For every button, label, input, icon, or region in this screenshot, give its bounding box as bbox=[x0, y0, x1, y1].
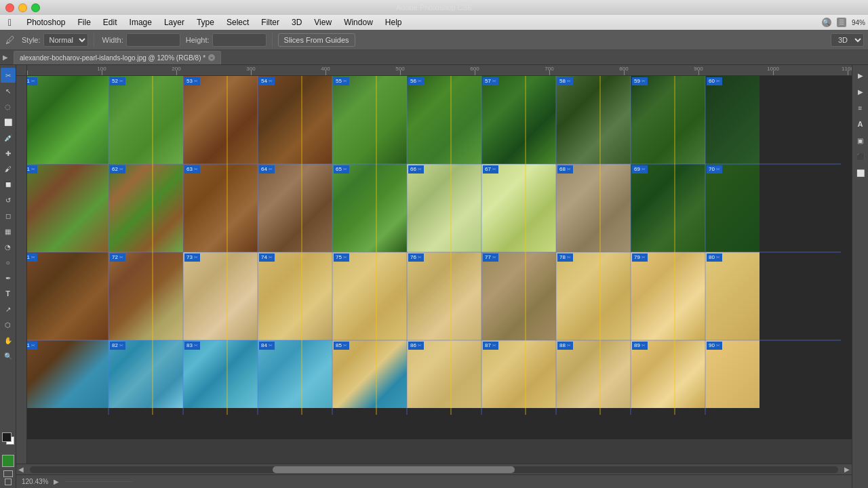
scrollbar-thumb[interactable] bbox=[273, 466, 515, 473]
minimize-button[interactable] bbox=[18, 3, 27, 12]
tool-history-brush[interactable]: ↺ bbox=[1, 192, 16, 207]
height-input[interactable] bbox=[212, 33, 267, 47]
tool-options-icon[interactable]: 🖊 bbox=[4, 34, 16, 46]
tool-shape[interactable]: ⬡ bbox=[1, 317, 16, 332]
art-row-0: 51 ✂ 52 ✂ 53 ✂ 54 ✂ 55 ✂ bbox=[27, 76, 852, 164]
tool-hand[interactable]: ✋ bbox=[1, 333, 16, 348]
tab-scroll-left[interactable]: ▶ bbox=[3, 54, 11, 62]
menu-extra-icon[interactable]: ☰ bbox=[837, 18, 846, 27]
tool-lasso[interactable]: ◌ bbox=[1, 99, 16, 114]
tool-move[interactable]: ↖ bbox=[1, 83, 16, 98]
slice-cell-60: 60 ✂ bbox=[705, 76, 760, 164]
maximize-button[interactable] bbox=[31, 3, 40, 12]
slice-cell-73: 73 ✂ bbox=[183, 252, 258, 340]
right-tool-type[interactable]: A bbox=[853, 117, 868, 131]
menu-photoshop[interactable]: Photoshop bbox=[21, 16, 71, 28]
title-bar: Adobe Photoshop CS6 bbox=[0, 0, 868, 15]
tool-eyedropper[interactable]: 💉 bbox=[1, 130, 16, 145]
battery-status: 94% bbox=[852, 19, 865, 26]
menu-file[interactable]: File bbox=[73, 16, 96, 28]
slice-cell-82: 82 ✂ bbox=[108, 340, 183, 408]
tool-dodge[interactable]: ○ bbox=[1, 255, 16, 270]
search-icon[interactable]: 🔍 bbox=[822, 18, 831, 27]
foreground-color[interactable] bbox=[2, 432, 12, 442]
main-area: ✂ ↖ ◌ ⬜ 💉 ✚ 🖌 🔲 ↺ ◻ ▦ ◔ ○ ✒ T ↗ ⬡ ✋ 🔍 bbox=[0, 65, 868, 488]
style-label: Style: bbox=[22, 36, 41, 44]
zoom-arrow[interactable]: ▶ bbox=[54, 478, 59, 485]
slice-cell-52: 52 ✂ bbox=[108, 76, 183, 164]
slice-badge-75: 75 ✂ bbox=[334, 253, 349, 262]
tool-eraser[interactable]: ◻ bbox=[1, 208, 16, 223]
menu-3d[interactable]: 3D bbox=[286, 16, 307, 28]
right-tool-1[interactable]: ▶ bbox=[853, 68, 868, 83]
style-select[interactable]: Normal bbox=[43, 33, 88, 47]
height-label: Height: bbox=[186, 36, 210, 44]
slice-badge-74: 74 ✂ bbox=[259, 253, 275, 262]
slice-badge-59: 59 ✂ bbox=[632, 77, 648, 85]
slice-cell-79: 79 ✂ bbox=[631, 252, 705, 340]
menu-view[interactable]: View bbox=[309, 16, 337, 28]
menu-window[interactable]: Window bbox=[338, 16, 378, 28]
menu-edit[interactable]: Edit bbox=[98, 16, 123, 28]
3d-mode-select[interactable]: 3D bbox=[831, 33, 864, 47]
slice-cell-70: 70 ✂ bbox=[705, 164, 760, 252]
slice-cell-77: 77 ✂ bbox=[481, 252, 556, 340]
slice-badge-73: 73 ✂ bbox=[184, 253, 200, 262]
apple-menu[interactable]:  bbox=[3, 16, 17, 29]
tool-blur[interactable]: ◔ bbox=[1, 239, 16, 254]
menu-help[interactable]: Help bbox=[380, 16, 408, 28]
quick-mask[interactable] bbox=[2, 455, 14, 467]
tool-brush[interactable]: 🖌 bbox=[1, 161, 16, 176]
tool-crop[interactable]: ⬜ bbox=[1, 115, 16, 129]
tool-zoom[interactable]: 🔍 bbox=[1, 348, 16, 363]
tool-slice[interactable]: ✂ bbox=[1, 68, 16, 83]
slice-cell-90: 90 ✂ bbox=[705, 340, 760, 408]
slice-badge-76: 76 ✂ bbox=[408, 253, 424, 262]
slice-cell-63: 63 ✂ bbox=[183, 164, 258, 252]
window-controls[interactable] bbox=[5, 3, 40, 12]
slice-badge-66: 66 ✂ bbox=[408, 165, 424, 174]
slice-cell-65: 65 ✂ bbox=[332, 164, 407, 252]
tool-type[interactable]: T bbox=[1, 286, 16, 301]
tool-gradient[interactable]: ▦ bbox=[1, 224, 16, 239]
slice-badge-79: 79 ✂ bbox=[632, 253, 648, 262]
slice-badge-86: 86 ✂ bbox=[408, 342, 424, 350]
slice-badge-64: 64 ✂ bbox=[259, 165, 275, 174]
tool-stamp[interactable]: 🔲 bbox=[1, 177, 16, 192]
menu-layer[interactable]: Layer bbox=[159, 16, 190, 28]
right-tool-3[interactable]: ≡ bbox=[853, 100, 868, 115]
tab-close-button[interactable]: × bbox=[208, 54, 215, 61]
screen-mode-full[interactable] bbox=[2, 479, 14, 485]
right-tool-7[interactable]: ⬜ bbox=[853, 165, 868, 180]
slice-cell-68: 68 ✂ bbox=[556, 164, 631, 252]
close-button[interactable] bbox=[5, 3, 14, 12]
slice-badge-65: 65 ✂ bbox=[334, 165, 349, 174]
menu-filter[interactable]: Filter bbox=[256, 16, 285, 28]
menu-select[interactable]: Select bbox=[221, 16, 254, 28]
horizontal-scrollbar[interactable]: ◀ ▶ bbox=[16, 464, 852, 474]
width-input[interactable] bbox=[126, 33, 180, 47]
canvas-wrapper[interactable]: 51 ✂ 52 ✂ 53 ✂ 54 ✂ 55 ✂ bbox=[27, 76, 852, 439]
slice-badge-69: 69 ✂ bbox=[632, 165, 648, 174]
menu-image[interactable]: Image bbox=[124, 16, 157, 28]
document-tab[interactable]: alexander-bocharov-pearl-islands-logo.jp… bbox=[14, 51, 221, 64]
tool-heal[interactable]: ✚ bbox=[1, 146, 16, 161]
toolbar-separator-2 bbox=[272, 33, 273, 47]
right-tool-6[interactable]: ⬛ bbox=[853, 149, 868, 164]
tool-path-select[interactable]: ↗ bbox=[1, 302, 16, 317]
right-tool-2[interactable]: ▶ bbox=[853, 84, 868, 99]
slice-badge-84: 84 ✂ bbox=[259, 342, 275, 350]
slice-badge-87: 87 ✂ bbox=[483, 342, 498, 350]
scroll-right-arrow[interactable]: ▶ bbox=[842, 465, 852, 474]
scroll-left-arrow[interactable]: ◀ bbox=[16, 465, 26, 474]
tool-pen[interactable]: ✒ bbox=[1, 270, 16, 285]
slice-badge-55: 55 ✂ bbox=[334, 77, 349, 85]
screen-mode-normal[interactable] bbox=[3, 470, 13, 477]
slice-cell-69: 69 ✂ bbox=[631, 164, 705, 252]
slice-cell-75: 75 ✂ bbox=[332, 252, 407, 340]
slice-cell-84: 84 ✂ bbox=[258, 340, 332, 408]
slices-from-guides-button[interactable]: Slices From Guides bbox=[278, 33, 355, 47]
menu-type[interactable]: Type bbox=[191, 16, 220, 28]
right-tool-5[interactable]: ▣ bbox=[853, 133, 868, 148]
photoshop-canvas[interactable]: 51 ✂ 52 ✂ 53 ✂ 54 ✂ 55 ✂ bbox=[27, 76, 852, 439]
